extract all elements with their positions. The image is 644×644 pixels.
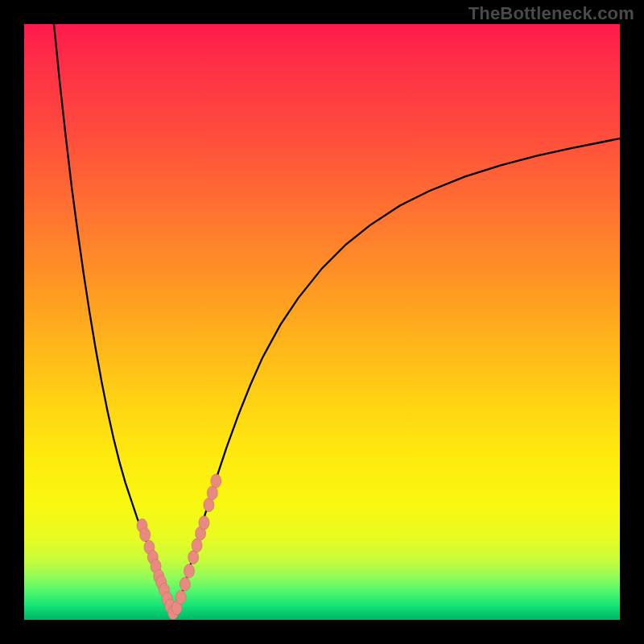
highlight-dot [199, 516, 209, 530]
highlight-dot [192, 539, 202, 552]
chart-svg [24, 24, 620, 620]
highlight-dot [140, 528, 151, 542]
highlight-dots [137, 474, 221, 620]
chart-plot-area [24, 24, 620, 620]
highlight-dot [175, 590, 186, 604]
chart-frame: TheBottleneck.com [0, 0, 644, 644]
curve-right-branch [173, 138, 620, 614]
highlight-dot [211, 474, 221, 488]
highlight-dot [204, 498, 214, 512]
highlight-dot [207, 486, 217, 500]
highlight-dot [184, 564, 194, 578]
highlight-dot [188, 551, 199, 564]
watermark-text: TheBottleneck.com [469, 3, 634, 24]
curve-left-branch [54, 24, 173, 614]
highlight-dot [180, 577, 190, 591]
